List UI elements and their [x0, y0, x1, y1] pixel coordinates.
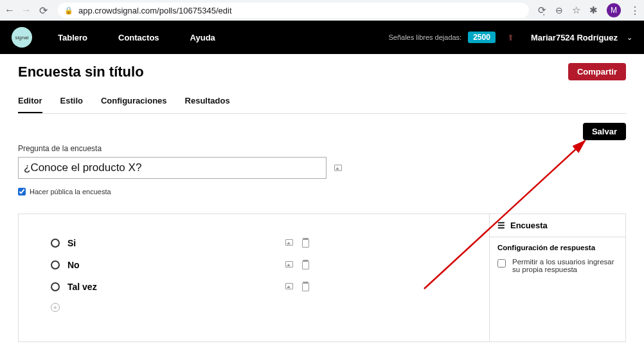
- answer-label[interactable]: Tal vez: [67, 282, 285, 292]
- answer-row: No: [51, 254, 457, 276]
- make-public-label: Hacer pública la encuesta: [30, 188, 111, 196]
- page-content: Encuesta sin título Compartir Editor Est…: [0, 54, 644, 351]
- radio-icon[interactable]: [51, 282, 60, 291]
- allow-own-answer-label: Permitir a los usuarios ingresar su prop…: [512, 258, 618, 273]
- app-bar: signal Tablero Contactos Ayuda Señales l…: [0, 21, 644, 54]
- add-media-icon[interactable]: [334, 165, 342, 171]
- user-name[interactable]: Mariar7524 Rodríguez: [531, 33, 618, 42]
- tab-configuraciones[interactable]: Configuraciones: [101, 96, 167, 113]
- question-input[interactable]: [18, 157, 326, 179]
- allow-own-answer-option[interactable]: Permitir a los usuarios ingresar su prop…: [497, 258, 618, 273]
- nav-tablero[interactable]: Tablero: [58, 33, 87, 42]
- extensions-icon[interactable]: ✱: [589, 5, 598, 16]
- signals-label: Señales libres dejadas:: [388, 33, 461, 41]
- radio-icon[interactable]: [51, 260, 60, 269]
- forward-icon[interactable]: →: [21, 5, 32, 16]
- page-title: Encuesta sin título: [18, 64, 144, 80]
- answer-delete-icon[interactable]: [302, 239, 309, 248]
- user-menu-chevron-icon[interactable]: ⌄: [627, 33, 632, 42]
- chrome-menu-icon[interactable]: ⋮: [630, 5, 640, 17]
- answer-delete-icon[interactable]: [302, 261, 309, 269]
- allow-own-answer-checkbox[interactable]: [497, 259, 506, 268]
- answer-label[interactable]: Si: [67, 238, 285, 248]
- answer-media-icon[interactable]: [285, 239, 293, 246]
- answer-row: Tal vez: [51, 276, 457, 298]
- signals-count-badge[interactable]: 2500: [468, 32, 496, 43]
- star-icon[interactable]: ☆: [572, 5, 580, 16]
- browser-chrome: ← → ⟳ 🔒 app.crowdsignal.com/polls/106753…: [0, 0, 644, 21]
- url-bar[interactable]: 🔒 app.crowdsignal.com/polls/10675345/edi…: [58, 3, 529, 18]
- radio-icon[interactable]: [51, 239, 60, 248]
- reload-icon[interactable]: ⟳: [37, 5, 49, 17]
- tab-editor[interactable]: Editor: [18, 96, 42, 113]
- save-button[interactable]: Salvar: [583, 123, 626, 140]
- side-panel: ☰ Encuesta Configuración de respuesta Pe…: [489, 214, 625, 341]
- answer-label[interactable]: No: [67, 260, 285, 270]
- url-text: app.crowdsignal.com/polls/10675345/edit: [78, 6, 232, 15]
- make-public-row[interactable]: Hacer pública la encuesta: [18, 188, 626, 196]
- lock-icon: 🔒: [64, 6, 73, 15]
- nav-ayuda[interactable]: Ayuda: [190, 33, 215, 42]
- app-logo[interactable]: signal: [12, 27, 32, 48]
- side-panel-title: Encuesta: [510, 221, 548, 230]
- answer-media-icon[interactable]: [285, 283, 293, 289]
- share-button[interactable]: Compartir: [568, 63, 626, 80]
- answer-delete-icon[interactable]: [302, 283, 309, 291]
- zoom-icon[interactable]: ⊖: [555, 5, 563, 15]
- question-label: Pregunta de la encuesta: [18, 144, 626, 153]
- profile-avatar[interactable]: M: [607, 3, 621, 17]
- list-icon: ☰: [497, 221, 505, 230]
- answers-area: Si No Tal vez: [19, 214, 489, 341]
- side-section-title: Configuración de respuesta: [497, 244, 618, 251]
- nav-contactos[interactable]: Contactos: [118, 33, 159, 42]
- side-panel-header: ☰ Encuesta: [490, 214, 625, 237]
- make-public-checkbox[interactable]: [18, 188, 26, 196]
- translate-icon[interactable]: ⟳̣: [538, 5, 546, 16]
- editor-panel: Si No Tal vez: [18, 214, 626, 342]
- back-icon[interactable]: ←: [4, 5, 15, 16]
- add-answer-button[interactable]: +: [51, 303, 60, 312]
- tab-resultados[interactable]: Resultados: [185, 96, 230, 113]
- answer-row: Si: [51, 232, 457, 254]
- tabs: Editor Estilo Configuraciones Resultados: [18, 96, 626, 114]
- answer-media-icon[interactable]: [285, 261, 293, 268]
- gift-icon[interactable]: ⬆: [507, 33, 514, 42]
- tab-estilo[interactable]: Estilo: [60, 96, 83, 113]
